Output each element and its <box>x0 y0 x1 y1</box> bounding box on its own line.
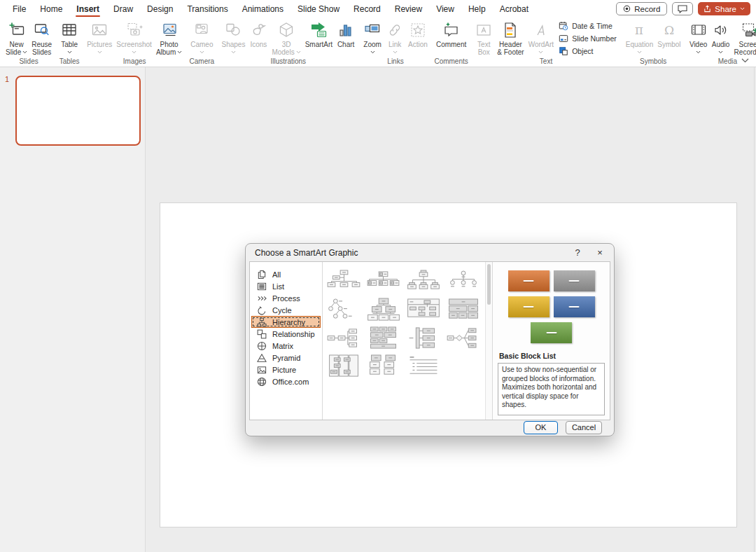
group-label-camera: Camera <box>186 57 217 65</box>
process-icon <box>257 294 267 303</box>
pictures-icon <box>90 20 108 41</box>
header-footer-button[interactable]: Header & Footer <box>495 18 526 56</box>
cancel-button[interactable]: Cancel <box>566 421 602 434</box>
category-relationship[interactable]: Relationship <box>251 328 321 340</box>
chevron-down-icon <box>370 50 375 54</box>
menu-tab-draw[interactable]: Draw <box>106 0 140 18</box>
chevron-down-icon <box>696 50 701 54</box>
slide-number-label: Slide Number <box>572 34 617 43</box>
audio-button[interactable]: Audio <box>710 18 732 56</box>
powerpoint-window: FileHomeInsertDrawDesignTransitionsAnima… <box>0 0 756 552</box>
ribbon-group-comments: Comment Comments <box>432 18 470 67</box>
link-button: Link <box>384 18 406 56</box>
category-pyramid[interactable]: Pyramid <box>251 352 321 364</box>
comment-button[interactable]: Comment <box>434 18 468 48</box>
smartart-thumbnail-block-grid[interactable] <box>365 324 402 352</box>
smartart-thumbnail-circle-picture-hierarchy[interactable] <box>326 296 362 324</box>
ok-button[interactable]: OK <box>524 421 558 434</box>
menu-tab-animations[interactable]: Animations <box>235 0 290 18</box>
smartart-thumbnail-labeled-hierarchy[interactable] <box>405 296 442 324</box>
category-matrix[interactable]: Matrix <box>251 340 321 352</box>
category-cycle[interactable]: Cycle <box>251 304 321 316</box>
menu-tab-insert[interactable]: Insert <box>69 0 106 18</box>
icons-button: Icons <box>247 18 270 48</box>
screen-recording-button[interactable]: Screen Recording <box>732 18 756 56</box>
scrollbar-thumb[interactable] <box>487 264 491 305</box>
menu-tab-transitions[interactable]: Transitions <box>180 0 234 18</box>
group-label-illustrations: Illustrations <box>217 57 359 65</box>
category-list[interactable]: List <box>251 280 321 292</box>
date-time-button[interactable]: Date & Time <box>557 21 618 31</box>
category-label: Relationship <box>272 330 315 338</box>
smartart-button[interactable]: SmartArt <box>303 18 335 48</box>
preview-block-blue <box>554 296 595 317</box>
slide-thumbnail[interactable] <box>15 76 141 146</box>
all-icon <box>257 270 267 280</box>
category-picture[interactable]: Picture <box>251 364 321 375</box>
photo-album-button[interactable]: Photo Album <box>154 18 184 56</box>
symbol-icon: Ω <box>660 20 678 41</box>
record-icon <box>623 5 631 13</box>
new-slide-button[interactable]: New Slide <box>4 18 29 56</box>
ribbon-group-camera: Cameo Camera <box>186 18 217 67</box>
object-button[interactable]: Object <box>557 46 618 56</box>
smartart-thumbnail-picture-organization-chart[interactable] <box>365 268 402 296</box>
smartart-thumbnail-table-hierarchy[interactable] <box>445 296 482 324</box>
smartart-thumbnail-organization-chart[interactable] <box>326 268 362 296</box>
block-dash <box>546 332 556 333</box>
hierarchy-icon <box>257 317 267 327</box>
shapes-icon <box>224 20 242 41</box>
titlebar-right: Record Share <box>616 2 750 15</box>
table-button[interactable]: Table <box>58 18 80 56</box>
menu-tab-acrobat[interactable]: Acrobat <box>493 0 536 18</box>
share-button[interactable]: Share <box>698 2 750 15</box>
ribbon: New Slide Reuse Slides Slides Table <box>0 18 756 67</box>
screenshot-button: Screenshot <box>114 18 154 56</box>
menu-tab-design[interactable]: Design <box>140 0 180 18</box>
choose-smartart-dialog: Choose a SmartArt Graphic ? × AllListPro… <box>245 243 615 436</box>
smartart-thumbnail-name-and-title-organization-chart[interactable] <box>405 268 442 296</box>
category-hierarchy[interactable]: Hierarchy <box>251 316 321 328</box>
smartart-thumbnail-grid-columns[interactable] <box>326 352 362 380</box>
group-label-slides: Slides <box>1 57 56 65</box>
category-label: Office.com <box>272 378 309 386</box>
dialog-title: Choose a SmartArt Graphic <box>255 248 358 258</box>
smartart-thumbnail-vertical-bracket-list[interactable] <box>405 324 442 352</box>
menu-tab-record[interactable]: Record <box>346 0 388 18</box>
chart-button[interactable]: Chart <box>335 18 357 48</box>
zoom-button[interactable]: Zoom <box>361 18 384 56</box>
share-button-label: Share <box>715 5 736 13</box>
smartart-thumbnail-horizontal-hierarchy[interactable] <box>445 324 482 352</box>
preview-block-green <box>531 322 572 343</box>
slide-number-button[interactable]: Slide Number <box>557 34 618 43</box>
category-process[interactable]: Process <box>251 292 321 304</box>
preview-block-gray <box>554 270 595 291</box>
comments-button[interactable] <box>672 2 693 15</box>
comment-bubble-icon <box>678 5 687 13</box>
category-office-com[interactable]: Office.com <box>251 375 321 387</box>
video-button[interactable]: Video <box>687 18 710 56</box>
smartart-thumbnail-half-circle-organization-chart[interactable] <box>445 268 482 296</box>
dialog-help-button[interactable]: ? <box>566 244 589 261</box>
category-all[interactable]: All <box>251 268 321 280</box>
smartart-thumbnail-hierarchy[interactable] <box>365 296 402 324</box>
smartart-thumbnail-lined-list[interactable] <box>405 352 442 380</box>
cameo-button: Cameo <box>188 18 215 56</box>
collapse-ribbon-button[interactable] <box>741 58 749 63</box>
menu-tab-view[interactable]: View <box>429 0 461 18</box>
menu-tab-slide-show[interactable]: Slide Show <box>290 0 346 18</box>
smartart-thumbnail-horizontal-organization-chart[interactable] <box>326 324 362 352</box>
menu-tab-file[interactable]: File <box>6 0 33 18</box>
svg-text:Ω: Ω <box>664 23 674 37</box>
menu-tab-review[interactable]: Review <box>388 0 429 18</box>
dialog-close-button[interactable]: × <box>589 244 611 261</box>
smartart-thumbnail-stacked-list[interactable] <box>365 352 402 380</box>
menu-tab-help[interactable]: Help <box>461 0 493 18</box>
reuse-slides-button[interactable]: Reuse Slides <box>29 18 54 56</box>
chevron-down-icon <box>538 50 543 54</box>
menu-tab-home[interactable]: Home <box>33 0 69 18</box>
gallery-scrollbar[interactable] <box>485 262 492 420</box>
audio-icon <box>712 20 730 41</box>
record-button[interactable]: Record <box>616 2 667 15</box>
dialog-content: AllListProcessCycleHierarchyRelationship… <box>249 261 610 420</box>
